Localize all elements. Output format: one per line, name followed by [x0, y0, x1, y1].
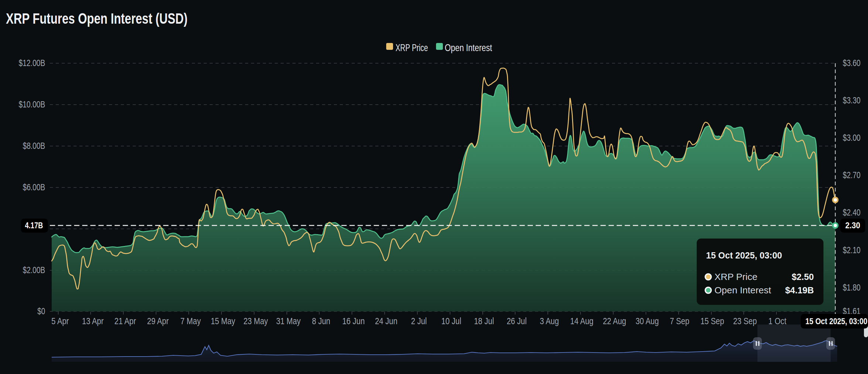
svg-text:XRP Price: XRP Price [396, 42, 428, 53]
svg-text:22 Aug: 22 Aug [603, 316, 626, 326]
svg-text:15 Oct 2025, 03:00: 15 Oct 2025, 03:00 [805, 316, 867, 326]
svg-text:7 May: 7 May [180, 316, 200, 326]
svg-text:2 Jul: 2 Jul [411, 316, 427, 326]
svg-text:$3.30: $3.30 [843, 95, 861, 105]
svg-text:31 May: 31 May [276, 316, 301, 326]
svg-text:30 Aug: 30 Aug [636, 316, 659, 326]
svg-text:$2.40: $2.40 [843, 207, 861, 217]
svg-text:$2.50: $2.50 [792, 272, 814, 282]
svg-text:$2.70: $2.70 [843, 170, 861, 180]
svg-text:15 Oct 2025, 03:00: 15 Oct 2025, 03:00 [706, 250, 782, 260]
svg-text:$2.00B: $2.00B [23, 265, 45, 275]
svg-text:10 Jul: 10 Jul [441, 316, 461, 326]
svg-text:2.30: 2.30 [845, 221, 860, 230]
svg-text:26 Jul: 26 Jul [507, 316, 527, 326]
svg-text:$10.00B: $10.00B [19, 99, 45, 109]
svg-text:1 Oct: 1 Oct [768, 316, 786, 326]
svg-text:21 Apr: 21 Apr [114, 316, 136, 326]
svg-text:Open Interest: Open Interest [445, 42, 492, 53]
svg-text:XRP Futures Open Interest (USD: XRP Futures Open Interest (USD) [6, 10, 187, 27]
svg-text:16 Jun: 16 Jun [342, 316, 365, 326]
svg-text:29 Apr: 29 Apr [147, 316, 168, 326]
svg-text:3 Aug: 3 Aug [540, 316, 559, 326]
svg-text:13 Apr: 13 Apr [82, 316, 103, 326]
svg-text:$3.60: $3.60 [843, 58, 861, 68]
svg-text:XRP Price: XRP Price [714, 272, 757, 282]
svg-text:23 Sep: 23 Sep [733, 316, 757, 326]
svg-text:$1.80: $1.80 [843, 282, 861, 292]
svg-text:23 May: 23 May [244, 316, 268, 326]
svg-text:7 Sep: 7 Sep [670, 316, 689, 326]
svg-text:$12.00B: $12.00B [19, 58, 45, 68]
svg-text:$6.00B: $6.00B [23, 182, 45, 192]
svg-text:$0: $0 [37, 306, 45, 316]
svg-text:15 Sep: 15 Sep [701, 316, 724, 326]
svg-text:$8.00B: $8.00B [23, 141, 45, 151]
svg-text:$4.19B: $4.19B [785, 285, 814, 295]
svg-text:$3.00: $3.00 [843, 132, 861, 143]
svg-text:$2.10: $2.10 [843, 245, 861, 255]
svg-text:18 Jul: 18 Jul [474, 316, 494, 326]
svg-text:14 Aug: 14 Aug [570, 316, 594, 326]
svg-text:4.17B: 4.17B [25, 221, 43, 230]
svg-text:8 Jun: 8 Jun [312, 316, 331, 326]
svg-text:5 Apr: 5 Apr [52, 316, 69, 326]
svg-text:24 Jun: 24 Jun [375, 316, 397, 326]
svg-text:Open Interest: Open Interest [714, 285, 771, 295]
svg-text:15 May: 15 May [211, 316, 236, 326]
